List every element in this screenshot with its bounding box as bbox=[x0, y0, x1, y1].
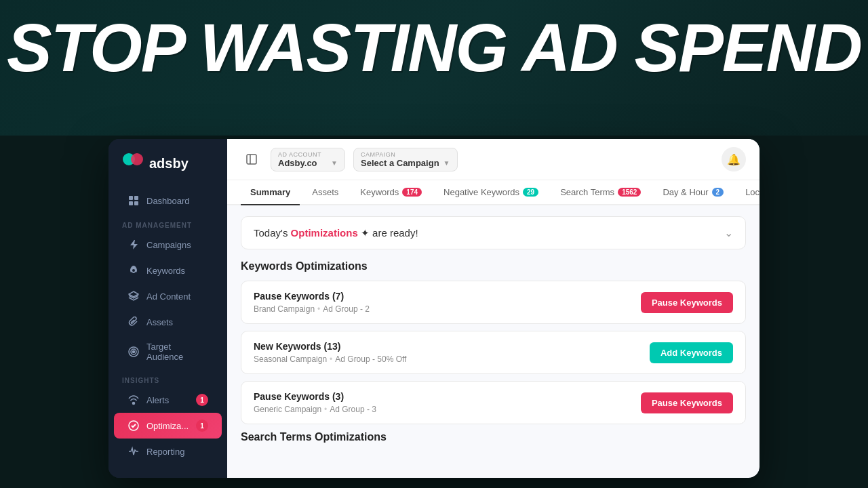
logo-icon bbox=[122, 152, 144, 174]
search-terms-section-title: Search Terms Optimizations bbox=[241, 431, 746, 443]
ad-management-label: AD MANAGEMENT bbox=[108, 214, 227, 232]
opt-card-3-info: Pause Keywords (3) Generic Campaign • Ad… bbox=[254, 391, 376, 414]
topbar-left: Ad Account Adsby.co ▼ Campaign Select a … bbox=[241, 148, 458, 171]
opt-card-2-meta: Seasonal Campaign • Ad Group - 50% Off bbox=[254, 354, 406, 364]
opt-card-3-meta: Generic Campaign • Ad Group - 3 bbox=[254, 405, 376, 414]
svg-rect-11 bbox=[247, 155, 256, 164]
main-content: Ad Account Adsby.co ▼ Campaign Select a … bbox=[227, 139, 760, 478]
alerts-badge: 1 bbox=[196, 394, 208, 406]
opt-card-1-campaign: Brand Campaign bbox=[254, 304, 315, 314]
target-audience-label: Target Audience bbox=[146, 342, 208, 362]
optimizations-label: Optimiza... bbox=[146, 421, 189, 431]
optimize-icon bbox=[127, 420, 140, 432]
insights-label: INSIGHTS bbox=[108, 369, 227, 387]
ad-account-arrow: ▼ bbox=[331, 159, 338, 167]
svg-rect-5 bbox=[134, 201, 138, 205]
tab-day-hour[interactable]: Day & Hour 2 bbox=[653, 180, 733, 205]
sidebar-item-target-audience[interactable]: Target Audience bbox=[114, 335, 222, 369]
campaign-value: Select a Campaign ▼ bbox=[361, 158, 450, 168]
target-icon bbox=[127, 346, 140, 358]
tab-negative-keywords[interactable]: Negative Keywords 29 bbox=[434, 180, 548, 205]
sidebar-item-ad-content[interactable]: Ad Content bbox=[114, 283, 222, 309]
negative-keywords-badge: 29 bbox=[523, 188, 538, 197]
campaign-arrow: ▼ bbox=[443, 159, 450, 167]
ad-account-value: Adsby.co ▼ bbox=[278, 158, 338, 168]
svg-rect-3 bbox=[134, 196, 138, 200]
ad-content-label: Ad Content bbox=[146, 291, 191, 302]
opt-card-1-info: Pause Keywords (7) Brand Campaign • Ad G… bbox=[254, 291, 370, 314]
day-hour-badge: 2 bbox=[712, 188, 724, 197]
opt-card-1: Pause Keywords (7) Brand Campaign • Ad G… bbox=[241, 281, 746, 324]
optimizations-banner[interactable]: Today's Optimizations ✦ are ready! ⌄ bbox=[241, 216, 746, 249]
logo-text: adsby bbox=[149, 156, 189, 171]
lightning-icon bbox=[127, 239, 140, 251]
svg-rect-2 bbox=[129, 196, 133, 200]
svg-point-1 bbox=[131, 153, 143, 165]
keywords-badge: 174 bbox=[402, 188, 422, 197]
opt-card-2-title: New Keywords (13) bbox=[254, 341, 406, 352]
add-keywords-button[interactable]: Add Keywords bbox=[650, 342, 733, 363]
sidebar-item-assets[interactable]: Assets bbox=[114, 309, 222, 335]
keywords-section-title: Keywords Optimizations bbox=[241, 260, 746, 272]
opt-card-3: Pause Keywords (3) Generic Campaign • Ad… bbox=[241, 381, 746, 424]
opt-card-3-adgroup: Ad Group - 3 bbox=[330, 405, 376, 414]
ad-account-label: Ad Account bbox=[278, 151, 338, 158]
tab-locations[interactable]: Locations bbox=[736, 180, 760, 205]
grid-icon bbox=[127, 195, 140, 207]
notifications-button[interactable]: 🔔 bbox=[722, 147, 746, 171]
opt-banner-text: Today's Optimizations ✦ are ready! bbox=[254, 227, 418, 239]
sidebar-item-dashboard[interactable]: Dashboard bbox=[114, 188, 222, 214]
sidebar-item-optimizations[interactable]: Optimiza... 1 bbox=[114, 413, 222, 439]
layers-icon bbox=[127, 290, 140, 302]
campaigns-label: Campaigns bbox=[146, 240, 191, 250]
dashboard-label: Dashboard bbox=[146, 196, 190, 206]
reporting-label: Reporting bbox=[146, 447, 184, 457]
pause-keywords-button-1[interactable]: Pause Keywords bbox=[641, 292, 733, 313]
topbar-right: 🔔 bbox=[722, 147, 746, 171]
assets-label: Assets bbox=[146, 317, 173, 327]
search-terms-badge: 1562 bbox=[618, 188, 641, 197]
pause-keywords-button-2[interactable]: Pause Keywords bbox=[641, 392, 733, 413]
logo-area: adsby bbox=[108, 152, 227, 188]
paperclip-icon bbox=[127, 316, 140, 328]
tab-keywords[interactable]: Keywords 174 bbox=[351, 180, 431, 205]
keywords-label: Keywords bbox=[146, 266, 185, 276]
sidebar-toggle-button[interactable] bbox=[241, 148, 262, 170]
pulse-icon bbox=[127, 445, 140, 458]
sidebar-item-keywords[interactable]: Keywords bbox=[114, 258, 222, 283]
hero-title: STOP WASTING AD SPEND bbox=[0, 14, 868, 81]
alerts-label: Alerts bbox=[146, 395, 169, 405]
opt-card-1-adgroup: Ad Group - 2 bbox=[323, 304, 370, 314]
opt-banner-highlight: Optimizations bbox=[291, 227, 358, 239]
tab-assets[interactable]: Assets bbox=[302, 180, 348, 205]
wifi-icon bbox=[127, 394, 140, 406]
tab-summary[interactable]: Summary bbox=[241, 180, 300, 205]
sidebar: adsby Dashboard AD MANAGEMENT Ca bbox=[108, 139, 227, 478]
svg-point-8 bbox=[133, 351, 135, 353]
topbar: Ad Account Adsby.co ▼ Campaign Select a … bbox=[227, 139, 760, 180]
opt-card-2-adgroup: Ad Group - 50% Off bbox=[335, 354, 406, 364]
opt-banner-chevron: ⌄ bbox=[724, 226, 733, 239]
opt-card-3-title: Pause Keywords (3) bbox=[254, 391, 376, 402]
ad-account-dropdown[interactable]: Ad Account Adsby.co ▼ bbox=[271, 148, 345, 171]
opt-card-2-info: New Keywords (13) Seasonal Campaign • Ad… bbox=[254, 341, 406, 364]
tab-search-terms[interactable]: Search Terms 1562 bbox=[551, 180, 650, 205]
dot-1: • bbox=[317, 304, 320, 314]
opt-card-1-meta: Brand Campaign • Ad Group - 2 bbox=[254, 304, 370, 314]
svg-point-9 bbox=[133, 403, 135, 405]
nav-tabs: Summary Assets Keywords 174 Negative Key… bbox=[227, 180, 760, 205]
svg-rect-4 bbox=[129, 201, 133, 205]
opt-card-2-campaign: Seasonal Campaign bbox=[254, 354, 327, 364]
sidebar-item-reporting[interactable]: Reporting bbox=[114, 439, 222, 464]
opt-card-2: New Keywords (13) Seasonal Campaign • Ad… bbox=[241, 331, 746, 374]
sidebar-item-alerts[interactable]: Alerts 1 bbox=[114, 387, 222, 413]
opt-card-1-title: Pause Keywords (7) bbox=[254, 291, 370, 302]
opt-card-3-campaign: Generic Campaign bbox=[254, 405, 321, 414]
campaign-dropdown[interactable]: Campaign Select a Campaign ▼ bbox=[353, 148, 458, 171]
app-window: adsby Dashboard AD MANAGEMENT Ca bbox=[108, 139, 760, 478]
rocket-icon bbox=[127, 264, 140, 277]
sidebar-item-campaigns[interactable]: Campaigns bbox=[114, 232, 222, 258]
campaign-label: Campaign bbox=[361, 151, 450, 158]
content-area: Today's Optimizations ✦ are ready! ⌄ Key… bbox=[227, 205, 760, 478]
dot-3: • bbox=[324, 405, 327, 414]
